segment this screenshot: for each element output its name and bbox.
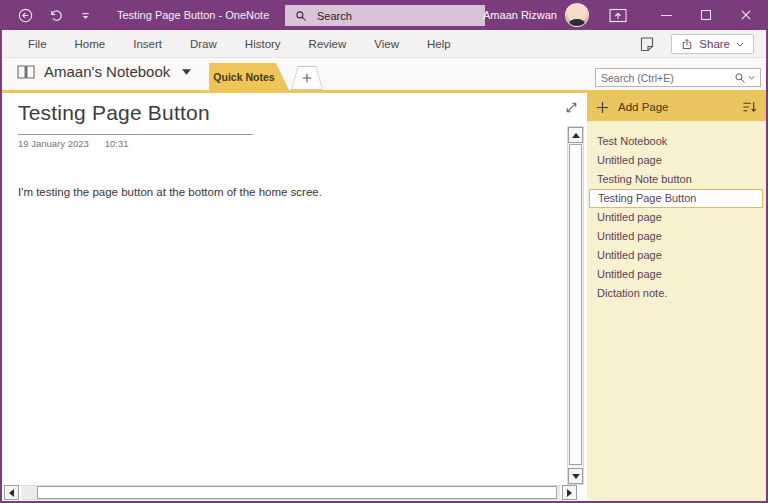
menu-right: Share: [639, 30, 754, 58]
page-list-item[interactable]: Test Notebook: [587, 132, 766, 151]
page-body-text[interactable]: I'm testing the page button at the botto…: [18, 186, 322, 198]
vertical-scrollbar[interactable]: [567, 126, 584, 485]
page-list-item[interactable]: Untitled page: [587, 265, 766, 284]
notebook-icon: [16, 64, 36, 80]
page-list: Test Notebook Untitled page Testing Note…: [587, 121, 766, 303]
title-underline: [18, 134, 253, 135]
menu-help[interactable]: Help: [413, 30, 465, 58]
notebook-name: Amaan's Notebook: [44, 63, 170, 80]
window-title: Testing Page Button - OneNote: [117, 9, 269, 21]
notes-search-input[interactable]: [601, 72, 734, 84]
user-name[interactable]: Amaan Rizwan: [483, 9, 557, 21]
full-page-view-icon[interactable]: [564, 100, 579, 115]
horizontal-scroll-thumb[interactable]: [37, 486, 557, 499]
scroll-up-button[interactable]: [568, 127, 583, 143]
titlebar-search-input[interactable]: [317, 10, 457, 22]
close-button[interactable]: [726, 0, 766, 30]
menu-history[interactable]: History: [231, 30, 295, 58]
maximize-icon: [701, 10, 711, 20]
scroll-right-icon: [567, 489, 572, 497]
page-list-item[interactable]: Testing Note button: [587, 170, 766, 189]
scroll-down-icon: [572, 474, 580, 479]
menu-items: File Home Insert Draw History Review Vie…: [14, 30, 465, 58]
user-avatar[interactable]: [565, 3, 589, 27]
onenote-window: Testing Page Button - OneNote Amaan Rizw…: [0, 0, 768, 503]
page-list-item[interactable]: Untitled page: [587, 151, 766, 170]
section-tabs: Quick Notes: [209, 63, 323, 90]
page-date-row: 19 January 2023 10:31: [18, 138, 129, 149]
customize-quick-access-icon[interactable]: [78, 8, 93, 23]
notebook-bar: Amaan's Notebook Quick Notes: [2, 58, 766, 90]
new-section-tab[interactable]: [291, 66, 323, 90]
titlebar-right: Amaan Rizwan: [483, 0, 766, 30]
menu-home[interactable]: Home: [61, 30, 120, 58]
tab-quick-notes-label: Quick Notes: [213, 71, 274, 83]
ribbon-display-options-icon[interactable]: [609, 8, 627, 23]
notebook-caret-icon: [182, 69, 191, 75]
title-bar: Testing Page Button - OneNote Amaan Rizw…: [2, 0, 766, 30]
scroll-left-icon: [9, 489, 14, 497]
minimize-button[interactable]: [646, 0, 686, 30]
sticky-note-icon[interactable]: [639, 36, 655, 52]
share-icon: [681, 38, 693, 50]
content-row: Testing Page Button 19 January 2023 10:3…: [2, 93, 766, 501]
page-list-item[interactable]: Untitled page: [587, 208, 766, 227]
menu-view[interactable]: View: [360, 30, 413, 58]
sort-pages-icon[interactable]: [742, 100, 757, 114]
page-title[interactable]: Testing Page Button: [18, 101, 210, 125]
add-page-plus-icon[interactable]: [596, 101, 609, 114]
scroll-left-button[interactable]: [4, 485, 19, 500]
page-list-sidebar: Add Page Test Notebook Untitled page Tes…: [587, 93, 766, 501]
menu-draw[interactable]: Draw: [176, 30, 231, 58]
page-list-item[interactable]: Untitled page: [587, 227, 766, 246]
titlebar-search[interactable]: [285, 5, 485, 26]
vertical-scroll-track[interactable]: [568, 143, 583, 468]
search-scope-caret-icon: [748, 75, 755, 80]
tab-quick-notes[interactable]: Quick Notes: [209, 63, 289, 90]
menu-review[interactable]: Review: [295, 30, 361, 58]
horizontal-scrollbar[interactable]: [4, 485, 577, 500]
chevron-down-icon: [736, 42, 744, 47]
page-date: 19 January 2023: [18, 138, 89, 149]
add-page-button[interactable]: Add Page: [618, 101, 733, 113]
add-page-header: Add Page: [587, 93, 766, 121]
notebook-dropdown[interactable]: Amaan's Notebook: [16, 63, 191, 80]
plus-icon: [302, 73, 312, 83]
page-canvas[interactable]: Testing Page Button 19 January 2023 10:3…: [2, 93, 587, 501]
horizontal-scroll-track[interactable]: [21, 485, 560, 500]
close-icon: [741, 10, 751, 20]
notes-search-box[interactable]: [595, 68, 761, 87]
page-list-item[interactable]: Untitled page: [587, 246, 766, 265]
menu-file[interactable]: File: [14, 30, 61, 58]
share-button[interactable]: Share: [671, 34, 754, 54]
ribbon-menu-bar: File Home Insert Draw History Review Vie…: [2, 30, 766, 58]
back-icon[interactable]: [18, 8, 33, 23]
page-list-item-selected[interactable]: Testing Page Button: [589, 189, 763, 208]
vertical-scroll-thumb[interactable]: [569, 144, 582, 465]
scroll-down-button[interactable]: [568, 468, 583, 484]
minimize-icon: [661, 15, 672, 16]
search-icon: [734, 72, 746, 84]
scroll-up-icon: [572, 133, 580, 138]
undo-icon[interactable]: [48, 8, 63, 23]
maximize-button[interactable]: [686, 0, 726, 30]
share-label: Share: [699, 38, 730, 50]
search-icon: [295, 10, 307, 22]
scroll-right-button[interactable]: [562, 485, 577, 500]
page-list-item[interactable]: Dictation note.: [587, 284, 766, 303]
page-time: 10:31: [105, 138, 129, 149]
quick-access-toolbar: [18, 8, 93, 23]
menu-insert[interactable]: Insert: [119, 30, 176, 58]
